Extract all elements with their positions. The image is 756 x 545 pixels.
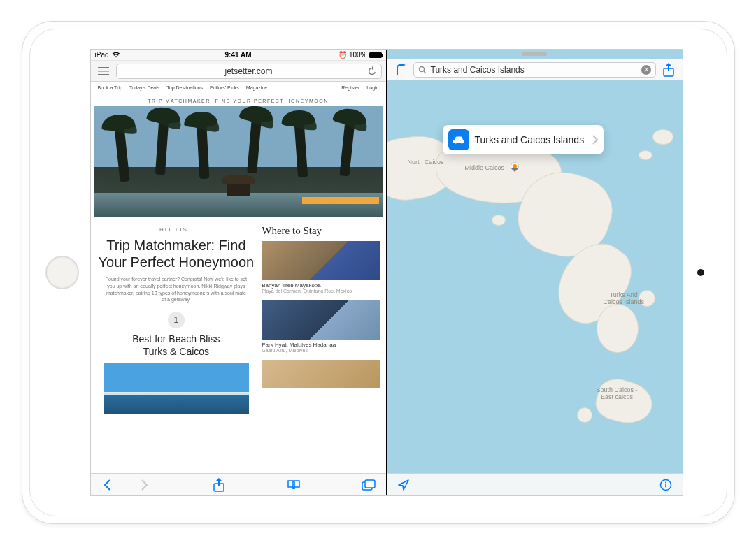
maps-search-value: Turks and Caicos Islands: [431, 65, 525, 75]
step-number: 1: [168, 312, 185, 328]
wifi-icon: [112, 52, 120, 58]
banner-title: TRIP MATCHMAKER: FIND YOUR PERFECT HONEY…: [91, 94, 386, 106]
stay-card-image: [262, 241, 380, 280]
svg-line-7: [424, 71, 426, 73]
map-pin[interactable]: [511, 163, 518, 170]
battery-text: 100%: [349, 51, 367, 59]
ipad-frame: iPad 9:41 AM ⏰ 100%: [22, 21, 735, 524]
sidebar-icon[interactable]: [95, 63, 112, 80]
alarm-icon: ⏰: [338, 51, 347, 59]
svg-rect-0: [98, 67, 109, 68]
nav-picks[interactable]: Editors' Picks: [210, 85, 239, 90]
car-icon: [448, 129, 469, 150]
stay-card[interactable]: Park Hyatt Maldives Hadahaa Gaafu Alifu,…: [262, 300, 380, 353]
stay-card-image: [262, 360, 380, 388]
section-image: [104, 363, 250, 414]
nav-mag[interactable]: Magazine: [246, 85, 267, 90]
stay-card-image: [262, 300, 380, 340]
bookmarks-icon[interactable]: [285, 477, 302, 493]
clock: 9:41 AM: [225, 51, 252, 59]
svg-point-6: [419, 66, 424, 71]
map-canvas[interactable]: North Caicos Middle Caicos Turks And Cai…: [387, 80, 683, 495]
battery-icon: [369, 52, 382, 58]
address-bar[interactable]: jetsetter.com: [116, 64, 382, 79]
svg-rect-5: [365, 480, 375, 488]
maps-toolbar: Turks and Caicos Islands ✕: [387, 59, 683, 80]
site-nav: Book a Trip Today's Deals Top Destinatio…: [91, 82, 386, 94]
nav-dest[interactable]: Top Destinations: [166, 85, 203, 90]
reload-icon[interactable]: [367, 66, 377, 76]
address-host: jetsetter.com: [224, 66, 272, 76]
stay-card[interactable]: Banyan Tree Mayakoba Playa del Carmen, Q…: [262, 241, 380, 293]
stay-card-sub: Playa del Carmen, Quintana Roo, Mexico: [262, 289, 380, 293]
tabs-icon[interactable]: [360, 477, 377, 493]
map-label: North Caicos: [408, 159, 444, 166]
svg-rect-2: [98, 74, 109, 75]
safari-toolbar: jetsetter.com: [91, 61, 386, 82]
map-label: South Caicos - East caicos: [597, 386, 638, 400]
stay-card-title: Banyan Tree Mayakoba: [262, 282, 380, 289]
safari-pane: iPad 9:41 AM ⏰ 100%: [91, 50, 387, 495]
home-button[interactable]: [45, 256, 79, 289]
map-label: Turks And Caicos Islands: [604, 291, 645, 305]
share-icon[interactable]: [660, 61, 677, 78]
hero-image: [94, 106, 383, 217]
dek: Found your forever travel partner? Congr…: [98, 276, 255, 309]
map-callout[interactable]: Turks and Caicos Islands: [443, 125, 604, 154]
ipad-inner-frame: iPad 9:41 AM ⏰ 100%: [29, 29, 727, 516]
locate-icon[interactable]: [395, 477, 412, 493]
share-icon[interactable]: [211, 477, 227, 493]
subhead: Best for Beach Bliss Turks & Caicos: [98, 333, 255, 358]
svg-rect-1: [98, 71, 109, 72]
nav-register[interactable]: Register: [341, 85, 359, 90]
maps-bottombar: [387, 473, 683, 495]
maps-pane: Turks and Caicos Islands ✕: [387, 50, 683, 495]
split-handle[interactable]: [522, 52, 547, 56]
callout-title: Turks and Caicos Islands: [475, 134, 585, 145]
back-icon[interactable]: [99, 477, 116, 493]
info-icon[interactable]: [657, 477, 674, 493]
nav-book[interactable]: Book a Trip: [98, 85, 122, 90]
stay-card-title: Park Hyatt Maldives Hadahaa: [262, 342, 380, 348]
nav-deals[interactable]: Today's Deals: [129, 85, 159, 90]
search-icon: [418, 66, 427, 74]
stay-card-sub: Gaafu Alifu, Maldives: [262, 348, 380, 353]
status-bar: iPad 9:41 AM ⏰ 100%: [91, 50, 386, 61]
nav-login[interactable]: Login: [366, 85, 378, 90]
clear-icon[interactable]: ✕: [641, 65, 651, 75]
safari-tabbar: [91, 473, 386, 495]
chevron-right-icon: [590, 135, 598, 145]
front-camera: [697, 269, 704, 276]
kicker: HIT LIST: [98, 226, 255, 233]
headline: Trip Matchmaker: Find Your Perfect Honey…: [98, 237, 255, 270]
svg-rect-11: [665, 484, 666, 487]
stay-card[interactable]: [262, 360, 380, 388]
article-main: HIT LIST Trip Matchmaker: Find Your Perf…: [91, 217, 262, 473]
maps-search-field[interactable]: Turks and Caicos Islands ✕: [413, 62, 656, 78]
side-heading: Where to Stay: [262, 225, 380, 237]
svg-point-10: [665, 481, 666, 483]
webpage: Book a Trip Today's Deals Top Destinatio…: [91, 82, 386, 473]
directions-icon[interactable]: [392, 61, 409, 78]
screen: iPad 9:41 AM ⏰ 100%: [90, 49, 683, 496]
carrier-label: iPad: [95, 51, 109, 59]
forward-icon: [136, 477, 152, 493]
article-side: Where to Stay Banyan Tree Mayakoba Playa…: [262, 217, 385, 473]
map-label: Middle Caicos: [465, 164, 505, 171]
